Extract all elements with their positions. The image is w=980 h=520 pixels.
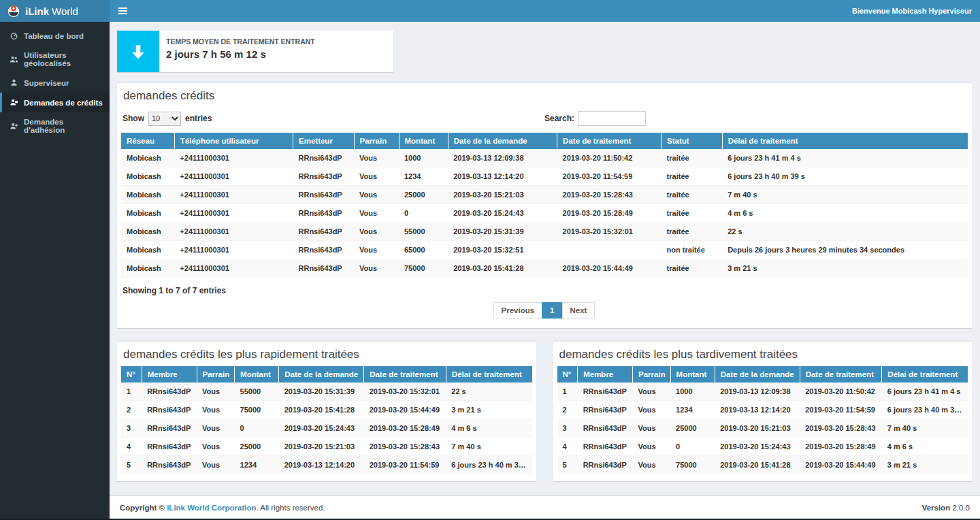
credits-panel: demandes crédits Show 10 entries Search: <box>117 82 972 328</box>
table-cell: RRnsi643dP <box>293 259 355 278</box>
users-icon <box>10 55 18 64</box>
datatable-controls: Show 10 entries Search: <box>121 108 968 133</box>
sidebar-item-label: Demandes de crédits <box>24 99 103 107</box>
table-cell: 22 s <box>722 223 968 241</box>
table-cell: 2019-03-20 15:32:01 <box>364 383 446 401</box>
table-cell: 2019-03-13 12:14:20 <box>279 456 364 474</box>
arrow-down-icon <box>117 31 159 72</box>
pagination-previous-button[interactable]: Previous <box>493 302 543 319</box>
column-header[interactable]: Parrain <box>633 366 671 383</box>
table-cell: 2019-03-20 15:32:01 <box>557 223 662 241</box>
sidebar-item-label: Utilisateurs géolocalisés <box>24 51 104 67</box>
table-cell: RRnsi643dP <box>293 223 355 241</box>
pagination-next-button[interactable]: Next <box>562 302 595 319</box>
table-cell: 2019-03-20 15:28:49 <box>557 204 662 223</box>
table-row: Mobicash+24111000301RRnsi643dPVous650002… <box>121 241 968 259</box>
table-cell: Vous <box>633 383 671 401</box>
brand-link[interactable]: iLinkWorld <box>0 0 110 22</box>
sidebar-item-label: Tableau de bord <box>24 32 84 40</box>
column-header[interactable]: Parrain <box>354 133 399 149</box>
table-cell: 6 jours 23 h 41 m 4 s <box>882 383 968 401</box>
table-cell: RRnsi643dP <box>293 186 355 204</box>
pagination: Previous 1 Next <box>121 295 968 321</box>
sidebar-toggle-button[interactable] <box>110 0 135 22</box>
column-header[interactable]: Date de traitement <box>364 366 446 383</box>
table-cell: 1 <box>121 383 142 401</box>
sidebar-item-demandes-adhesion[interactable]: Demandes d'adhésion <box>0 112 110 140</box>
table-cell: 3 <box>557 419 578 438</box>
table-cell: 2019-03-20 15:31:39 <box>448 223 557 241</box>
table-cell: 65000 <box>399 241 448 259</box>
table-cell: 4 <box>121 438 142 456</box>
table-cell: Vous <box>197 401 235 419</box>
table-cell: 2019-03-20 15:21:03 <box>279 438 364 456</box>
column-header[interactable]: Montant <box>670 366 715 383</box>
column-header[interactable]: Délai de traitement <box>882 366 968 383</box>
column-header[interactable]: Date de traitement <box>800 366 882 383</box>
company-link[interactable]: iLink World Corporation <box>167 504 256 512</box>
table-cell: RRnsi643dP <box>578 401 633 419</box>
column-header[interactable]: N° <box>121 366 142 383</box>
table-cell: Vous <box>354 167 399 186</box>
table-cell: 2019-03-20 11:54:59 <box>557 167 662 186</box>
table-cell <box>557 241 662 259</box>
table-cell: 2019-03-13 12:14:20 <box>448 167 557 186</box>
column-header[interactable]: Date de la demande <box>715 366 800 383</box>
brand-name-light: World <box>52 5 78 17</box>
table-row: 4RRnsi643dPVous250002019-03-20 15:21:032… <box>121 438 532 456</box>
table-cell: 2019-03-20 15:21:03 <box>448 186 557 204</box>
column-header[interactable]: Statut <box>662 133 723 149</box>
table-cell: 0 <box>235 419 279 438</box>
table-row: 3RRnsi643dPVous250002019-03-20 15:21:032… <box>557 419 968 438</box>
slowest-panel-title: demandes crédits les plus tardivement tr… <box>553 342 973 366</box>
column-header[interactable]: Téléphone utilisateur <box>174 133 293 149</box>
table-cell: Vous <box>197 419 235 438</box>
table-cell: 3 m 21 s <box>722 259 968 278</box>
sidebar-item-demandes-de-credits[interactable]: Demandes de crédits <box>0 93 110 112</box>
table-cell: 2 <box>557 401 578 419</box>
table-cell: traitée <box>662 223 723 241</box>
column-header[interactable]: Membre <box>142 366 197 383</box>
table-cell: 6 jours 23 h 40 m 39 s <box>446 456 532 474</box>
table-cell: 2019-03-20 15:31:39 <box>279 383 364 401</box>
sidebar-item-utilisateurs-geolocalises[interactable]: Utilisateurs géolocalisés <box>0 46 110 73</box>
column-header[interactable]: Date de la demande <box>448 133 557 149</box>
sidebar-item-superviseur[interactable]: Superviseur <box>0 73 110 93</box>
pagination-page-1-button[interactable]: 1 <box>542 302 562 319</box>
table-cell: RRnsi643dP <box>142 419 197 438</box>
slowest-table: N°MembreParrainMontantDate de la demande… <box>557 366 968 474</box>
credits-panel-title: demandes crédits <box>117 83 972 108</box>
column-header[interactable]: Délai de traitement <box>446 366 532 383</box>
search-input[interactable] <box>578 111 646 126</box>
table-row: 1RRnsi643dPVous550002019-03-20 15:31:392… <box>121 383 532 401</box>
topbar: Bienvenue Mobicash Hyperviseur <box>110 0 980 22</box>
table-cell: Vous <box>633 419 671 438</box>
table-cell: 3 m 21 s <box>882 456 968 474</box>
sidebar-item-label: Demandes d'adhésion <box>24 118 104 134</box>
column-header[interactable]: Délai de traitement <box>722 133 968 149</box>
sidebar-item-tableau-de-bord[interactable]: Tableau de bord <box>0 26 110 46</box>
table-cell: 2019-03-20 11:54:59 <box>800 401 882 419</box>
table-cell: 2019-03-20 15:41:28 <box>715 456 800 474</box>
column-header[interactable]: N° <box>557 366 578 383</box>
column-header[interactable]: Parrain <box>197 366 235 383</box>
copyright-text: Copyright © <box>120 504 167 512</box>
adhesion-icon <box>10 122 18 131</box>
page-length-select[interactable]: 10 <box>148 112 181 126</box>
fastest-panel-title: demandes crédits les plus rapidement tra… <box>117 342 536 366</box>
column-header[interactable]: Date de traitement <box>557 133 662 149</box>
column-header[interactable]: Emetteur <box>293 133 355 149</box>
table-cell: RRnsi643dP <box>293 149 355 167</box>
table-cell: RRnsi643dP <box>142 383 197 401</box>
table-cell: 3 <box>121 419 142 438</box>
column-header[interactable]: Réseau <box>121 133 174 149</box>
column-header[interactable]: Montant <box>235 366 279 383</box>
table-cell: Vous <box>197 438 235 456</box>
column-header[interactable]: Montant <box>399 133 448 149</box>
table-cell: Vous <box>354 149 399 167</box>
column-header[interactable]: Date de la demande <box>279 366 364 383</box>
table-cell: +24111000301 <box>174 204 293 223</box>
column-header[interactable]: Membre <box>578 366 633 383</box>
table-cell: +24111000301 <box>174 149 293 167</box>
show-label: Show <box>122 114 144 123</box>
